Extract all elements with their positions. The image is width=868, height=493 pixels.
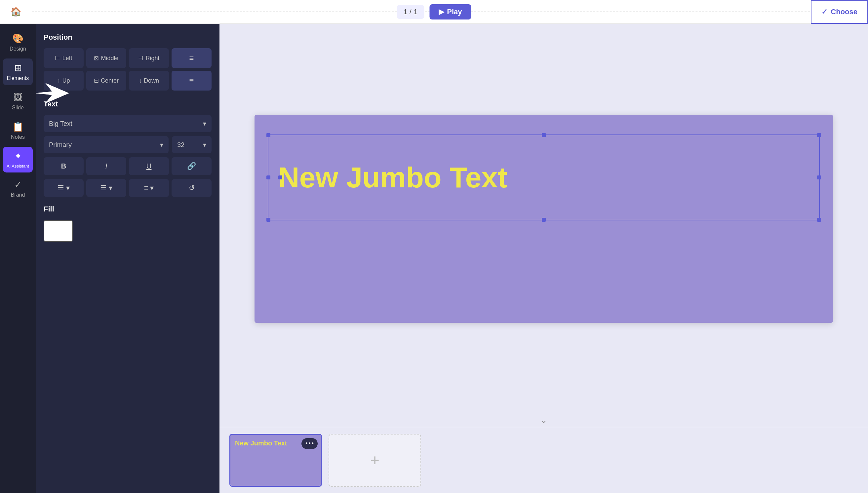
list-button[interactable]: ≡ ▾ bbox=[129, 179, 169, 197]
ai-icon: ✦ bbox=[14, 151, 22, 162]
slide-thumb-1-bg: New Jumbo Text ••• bbox=[230, 435, 321, 486]
size-dropdown[interactable]: 32 ▾ bbox=[172, 136, 212, 153]
italic-button[interactable]: I bbox=[86, 157, 126, 175]
pos-left-button[interactable]: ⊢ Left bbox=[44, 48, 84, 68]
pos-left-icon: ⊢ bbox=[55, 55, 60, 62]
pos-center-icon: ⊟ bbox=[94, 77, 99, 84]
scroll-chevron-icon: ⌄ bbox=[541, 416, 547, 425]
handle-ml[interactable] bbox=[267, 175, 270, 179]
sidebar-item-brand[interactable]: ✓ Brand bbox=[3, 175, 33, 202]
play-button[interactable]: ▶ Play bbox=[429, 4, 471, 20]
sidebar-item-design[interactable]: 🎨 Design bbox=[3, 29, 33, 56]
choose-button[interactable]: ✓ Choose bbox=[811, 0, 868, 24]
pos-center-button[interactable]: ⊟ Center bbox=[86, 71, 126, 90]
pos-align-icon1: ≡ bbox=[189, 53, 194, 63]
handle-mr[interactable] bbox=[817, 175, 821, 179]
scroll-indicator[interactable]: ⌄ bbox=[219, 414, 868, 427]
underline-icon: U bbox=[146, 162, 152, 171]
text-style-dropdown[interactable]: Big Text ▾ bbox=[44, 115, 212, 132]
link-button[interactable]: 🔗 bbox=[172, 157, 212, 175]
text-section: Text Big Text ▾ Primary ▾ 32 ▾ B bbox=[44, 100, 212, 197]
position-section-title: Position bbox=[44, 33, 212, 42]
align-left-icon: ☰ ▾ bbox=[58, 184, 70, 192]
handle-tr[interactable] bbox=[817, 133, 821, 137]
thumb-menu-button[interactable]: ••• bbox=[301, 438, 318, 449]
sidebar-label-notes: Notes bbox=[11, 134, 25, 140]
slide-canvas[interactable]: New Jumbo Text bbox=[255, 115, 833, 323]
handle-bm[interactable] bbox=[542, 218, 546, 222]
reset-icon: ↺ bbox=[189, 184, 195, 192]
text-element[interactable]: New Jumbo Text bbox=[268, 134, 820, 220]
sidebar-item-ai[interactable]: ✦ AI Assistant bbox=[3, 147, 33, 172]
underline-button[interactable]: U bbox=[129, 157, 169, 175]
align-center-button[interactable]: ☰ ▾ bbox=[86, 179, 126, 197]
pos-up-icon: ↑ bbox=[57, 77, 60, 84]
font-chevron: ▾ bbox=[160, 141, 163, 149]
pos-down-button[interactable]: ↓ Down bbox=[129, 71, 169, 90]
handle-br[interactable] bbox=[817, 218, 821, 222]
top-bar-right: ✓ Choose bbox=[811, 0, 868, 24]
reset-button[interactable]: ↺ bbox=[172, 179, 212, 197]
play-icon: ▶ bbox=[439, 7, 444, 16]
fill-color-picker[interactable] bbox=[44, 220, 73, 242]
choose-label: Choose bbox=[831, 7, 858, 16]
sidebar-item-notes[interactable]: 📋 Notes bbox=[3, 117, 33, 144]
add-slide-icon: + bbox=[370, 451, 379, 469]
pos-up-label: Up bbox=[62, 77, 70, 84]
handle-tl[interactable] bbox=[267, 133, 270, 137]
left-sidebar: 🎨 Design ⊞ Elements 🖼 Slide 📋 Notes ✦ AI… bbox=[0, 24, 36, 493]
format-row-2: ☰ ▾ ☰ ▾ ≡ ▾ ↺ bbox=[44, 179, 212, 197]
checkmark-icon: ✓ bbox=[821, 7, 827, 16]
handle-tm[interactable] bbox=[542, 133, 546, 137]
pos-up-button[interactable]: ↑ Up bbox=[44, 71, 84, 90]
play-label: Play bbox=[447, 7, 462, 16]
notes-icon: 📋 bbox=[12, 121, 24, 132]
font-row: Primary ▾ 32 ▾ bbox=[44, 136, 212, 153]
text-style-chevron: ▾ bbox=[203, 120, 206, 128]
pos-middle-icon: ⊠ bbox=[94, 55, 99, 62]
pos-right-button[interactable]: ⊣ Right bbox=[129, 48, 169, 68]
sidebar-item-elements[interactable]: ⊞ Elements bbox=[3, 59, 33, 85]
slide-icon: 🖼 bbox=[13, 92, 22, 103]
slide-thumbnails: New Jumbo Text ••• + bbox=[219, 427, 868, 493]
handle-bl[interactable] bbox=[267, 218, 270, 222]
pos-center-label: Center bbox=[101, 77, 119, 84]
elements-icon: ⊞ bbox=[14, 62, 22, 73]
design-icon: 🎨 bbox=[12, 33, 24, 44]
sidebar-label-elements: Elements bbox=[7, 75, 29, 81]
brand-icon: ✓ bbox=[14, 179, 22, 190]
sidebar-label-ai: AI Assistant bbox=[7, 164, 29, 169]
align-left-button[interactable]: ☰ ▾ bbox=[44, 179, 84, 197]
bold-button[interactable]: B bbox=[44, 157, 84, 175]
sidebar-label-design: Design bbox=[9, 46, 26, 52]
pos-middle-button[interactable]: ⊠ Middle bbox=[86, 48, 126, 68]
position-grid: ⊢ Left ⊠ Middle ⊣ Right ≡ ↑ Up ⊟ Center bbox=[44, 48, 212, 90]
slide-thumb-1-text: New Jumbo Text bbox=[235, 440, 287, 447]
link-icon: 🔗 bbox=[187, 162, 196, 171]
pos-right-icon: ⊣ bbox=[138, 55, 144, 62]
slide-thumb-add[interactable]: + bbox=[329, 434, 421, 487]
slide-counter: 1 / 1 bbox=[397, 5, 424, 19]
fill-section-title: Fill bbox=[44, 205, 212, 213]
slide-canvas-container: New Jumbo Text bbox=[219, 24, 868, 414]
size-chevron: ▾ bbox=[203, 141, 206, 149]
pos-icon2-button[interactable]: ≡ bbox=[172, 71, 212, 90]
pos-down-label: Down bbox=[144, 77, 159, 84]
jumbo-text-content: New Jumbo Text bbox=[278, 163, 507, 192]
home-button[interactable]: 🏠 bbox=[7, 3, 25, 21]
panel-collapse-handle[interactable]: ‹ bbox=[218, 249, 219, 268]
top-bar-center: 1 / 1 ▶ Play bbox=[397, 4, 471, 20]
panel: Position ⊢ Left ⊠ Middle ⊣ Right ≡ ↑ Up bbox=[36, 24, 219, 493]
format-row-1: B I U 🔗 bbox=[44, 157, 212, 175]
font-dropdown[interactable]: Primary ▾ bbox=[44, 136, 169, 153]
pos-icon1-button[interactable]: ≡ bbox=[172, 48, 212, 68]
pos-down-icon: ↓ bbox=[139, 77, 142, 84]
pos-left-label: Left bbox=[62, 55, 72, 62]
sidebar-item-slide[interactable]: 🖼 Slide bbox=[3, 88, 33, 115]
slide-thumb-1[interactable]: New Jumbo Text ••• bbox=[229, 434, 322, 487]
align-center-icon: ☰ ▾ bbox=[100, 184, 112, 192]
italic-icon: I bbox=[105, 162, 107, 171]
main-layout: 🎨 Design ⊞ Elements 🖼 Slide 📋 Notes ✦ AI… bbox=[0, 24, 868, 493]
bold-icon: B bbox=[61, 162, 66, 171]
sidebar-label-brand: Brand bbox=[11, 192, 25, 198]
